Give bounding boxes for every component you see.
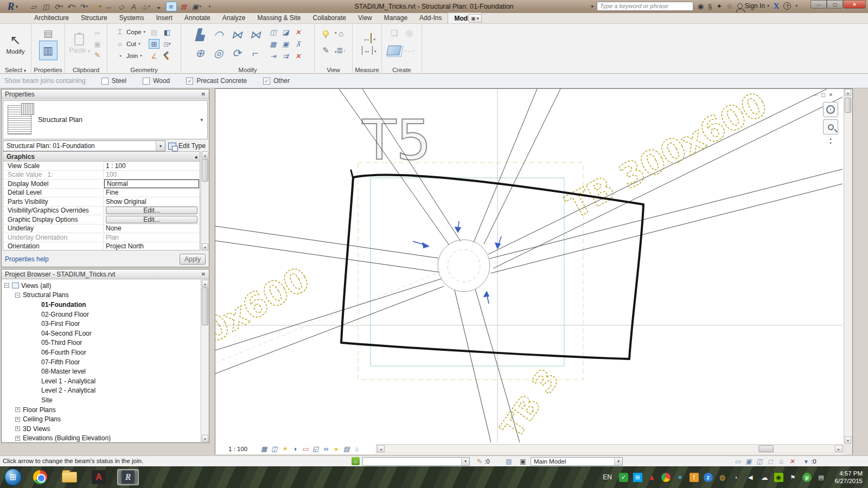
- ribbon-tab[interactable]: Insert: [150, 12, 178, 23]
- create-assembly-icon[interactable]: ▫→▫: [403, 47, 417, 54]
- scope-box-inner[interactable]: [371, 178, 564, 366]
- tray-icon[interactable]: ▲: [647, 473, 656, 482]
- collapse-icon[interactable]: ▴: [195, 154, 196, 159]
- qat-button[interactable]: ≡: [166, 2, 177, 11]
- section-graphics[interactable]: Graphics ▴: [3, 152, 200, 162]
- create-parts-icon[interactable]: [386, 46, 401, 55]
- qat-button[interactable]: ◒: [154, 2, 164, 11]
- tree-item[interactable]: 07-Fifth Floor: [2, 357, 200, 367]
- ribbon-tab[interactable]: Architecture: [28, 12, 75, 23]
- measure-icon[interactable]: ↔▾: [362, 34, 372, 43]
- properties-palette-icon[interactable]: ▥: [39, 41, 58, 60]
- tray-icon[interactable]: [661, 473, 671, 482]
- tray-icon[interactable]: ◉: [774, 473, 783, 482]
- subscription-key-icon[interactable]: §: [708, 2, 712, 10]
- scroll-up-icon[interactable]: ▴: [845, 89, 851, 96]
- apply-button[interactable]: Apply: [180, 254, 206, 265]
- tree-item[interactable]: 06-Fourth Floor: [2, 348, 200, 357]
- tray-icon[interactable]: ◗: [732, 473, 741, 482]
- tray-icon[interactable]: ⚑: [788, 473, 797, 482]
- qat-button[interactable]: ↶▾: [66, 2, 76, 11]
- checkbox[interactable]: Steel: [101, 77, 126, 85]
- property-value[interactable]: 100: [104, 171, 200, 179]
- ribbon-tab[interactable]: Systems: [113, 12, 150, 23]
- qat-button[interactable]: ↔: [104, 2, 114, 11]
- view-control-icon[interactable]: ▭: [301, 445, 310, 454]
- checkbox[interactable]: ✓ Other: [263, 77, 290, 85]
- linework-brush-icon[interactable]: ✎▾: [319, 46, 333, 55]
- language-indicator[interactable]: EN: [603, 473, 612, 481]
- beam-tag-tb300x600[interactable]: TB 300x600: [560, 89, 774, 226]
- create-similar-icon[interactable]: ◎: [403, 28, 417, 38]
- modify-tool-button[interactable]: ↖ Modify: [3, 33, 28, 56]
- canvas-vscrollbar[interactable]: ▴ ▾: [844, 89, 852, 444]
- taskbar-revit[interactable]: R: [117, 469, 139, 485]
- modify-tool-icon[interactable]: ▦: [267, 38, 279, 50]
- minimize-button[interactable]: —: [810, 0, 827, 9]
- canvas-hscrollbar[interactable]: ◂ ▸: [376, 444, 844, 453]
- favorites-star-icon[interactable]: ☆: [726, 2, 733, 10]
- chevron-down-icon[interactable]: ▾: [156, 141, 165, 151]
- tray-icon[interactable]: ✓: [619, 473, 628, 482]
- scroll-up-icon[interactable]: ▴: [202, 280, 208, 287]
- ribbon-tab[interactable]: Add-Ins: [413, 12, 448, 23]
- panel-label-clipboard[interactable]: Clipboard: [65, 67, 107, 73]
- type-properties-icon[interactable]: ▤: [43, 28, 53, 40]
- scroll-up-icon[interactable]: ▴: [202, 151, 208, 158]
- copy-icon[interactable]: ▣: [92, 39, 103, 49]
- modify-tool-icon[interactable]: ✕: [292, 50, 304, 62]
- modify-tool-icon[interactable]: ⇉: [280, 50, 292, 62]
- property-value[interactable]: 1 : 100: [104, 162, 200, 170]
- scroll-right-icon[interactable]: ▸: [835, 445, 843, 452]
- tree-item[interactable]: Level 1 - Analytical: [2, 376, 200, 386]
- chevron-down-icon[interactable]: ▾: [795, 4, 797, 8]
- tray-icon[interactable]: z: [704, 473, 713, 482]
- split-face-icon[interactable]: ◳▾: [162, 39, 173, 49]
- hide-elements-icon[interactable]: ⌂: [334, 29, 348, 38]
- drawing-area[interactable]: T5: [215, 88, 853, 454]
- tree-expander[interactable]: +: [15, 407, 20, 412]
- view-control-icon[interactable]: ◫: [270, 445, 279, 454]
- scroll-down-icon[interactable]: ▾: [202, 435, 208, 442]
- tree-item[interactable]: Site: [2, 395, 200, 405]
- scroll-left-icon[interactable]: ◂: [377, 445, 385, 452]
- communication-center-icon[interactable]: ✦: [716, 2, 722, 10]
- view-control-icon[interactable]: ◑: [290, 445, 299, 454]
- view-control-icon[interactable]: ▤: [342, 445, 351, 454]
- qat-button[interactable]: A: [129, 2, 139, 11]
- paint-icon[interactable]: ◧: [162, 27, 173, 37]
- modify-tool-icon[interactable]: ⋈: [228, 26, 246, 43]
- tray-icon[interactable]: ☁: [760, 473, 769, 482]
- demolish-hammer-icon[interactable]: [162, 52, 170, 60]
- tree-expander[interactable]: +: [15, 436, 20, 441]
- view-scale-button[interactable]: 1 : 100: [228, 446, 247, 452]
- view-restore-icon[interactable]: ▢: [821, 92, 826, 98]
- checkbox[interactable]: Wood: [143, 77, 170, 85]
- reveal-hidden-icon[interactable]: ▾: [319, 30, 333, 36]
- view-control-icon[interactable]: ☀: [280, 445, 289, 454]
- properties-help-link[interactable]: Properties help: [5, 255, 49, 263]
- tree-expander[interactable]: +: [15, 426, 20, 431]
- help-icon[interactable]: ?: [783, 2, 791, 10]
- selection-toggle-icon[interactable]: ◫: [755, 457, 764, 466]
- selection-toggle-icon[interactable]: ⌂: [777, 457, 786, 466]
- ribbon-tab[interactable]: Collaborate: [307, 12, 352, 23]
- view-control-icon[interactable]: ⌂: [352, 445, 361, 454]
- tree-item[interactable]: + 3D Views: [2, 424, 200, 434]
- qat-button[interactable]: ⟳▾: [53, 2, 64, 11]
- cut-geometry-button[interactable]: ○ Cut▾: [116, 38, 145, 50]
- editing-requests[interactable]: ✎ :0: [475, 457, 490, 466]
- taskbar-clock[interactable]: 4:57 PM 6/27/2015: [835, 470, 863, 485]
- scrollbar-thumb[interactable]: [202, 287, 208, 325]
- selection-toggle-icon[interactable]: ✕: [788, 457, 796, 466]
- tray-icon[interactable]: ✶: [675, 473, 685, 482]
- tree-item[interactable]: − Structural Plans: [2, 291, 200, 300]
- taskbar-explorer[interactable]: [59, 469, 80, 485]
- tray-icon[interactable]: ▤: [816, 473, 826, 482]
- ribbon-tab[interactable]: View: [352, 12, 378, 23]
- qat-button[interactable]: ▱: [28, 2, 39, 11]
- start-button[interactable]: ⊞: [4, 468, 22, 486]
- beam-join-arrows[interactable]: [413, 221, 501, 304]
- tray-icon[interactable]: !: [690, 473, 699, 482]
- properties-title-bar[interactable]: Properties ✕: [2, 89, 209, 99]
